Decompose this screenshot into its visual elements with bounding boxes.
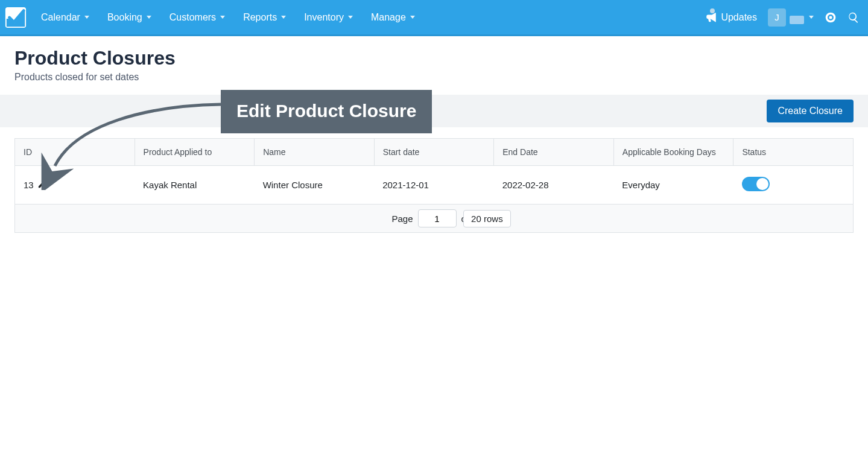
closures-table-wrap: ID Product Applied to Name Start date En…	[0, 127, 868, 233]
table-footer: Page of 1 20 rows	[14, 205, 854, 233]
user-menu[interactable]: J	[768, 8, 814, 27]
updates-button[interactable]: Updates	[705, 12, 757, 23]
search-icon	[847, 11, 860, 24]
page-title: Product Closures	[14, 47, 854, 69]
status-toggle[interactable]	[742, 177, 770, 191]
caret-icon	[410, 16, 415, 19]
toolbar: Edit Product Closure Create Closure	[0, 95, 868, 127]
locale-flag-icon	[790, 16, 804, 24]
updates-label: Updates	[721, 12, 757, 23]
page-input[interactable]	[418, 209, 457, 227]
main-nav: Calendar Booking Customers Reports Inven…	[41, 12, 415, 23]
row-id: 13	[24, 180, 34, 190]
row-product: Kayak Rental	[135, 166, 255, 205]
caret-icon	[281, 16, 286, 19]
nav-manage[interactable]: Manage	[371, 12, 415, 23]
nav-label: Calendar	[41, 12, 80, 23]
table-header-row: ID Product Applied to Name Start date En…	[15, 139, 854, 166]
page-label: Page	[391, 214, 413, 224]
caret-icon	[220, 16, 225, 19]
nav-label: Reports	[243, 12, 277, 23]
row-end-date: 2022-02-28	[494, 166, 614, 205]
nav-booking[interactable]: Booking	[107, 12, 151, 23]
nav-inventory[interactable]: Inventory	[304, 12, 353, 23]
rows-per-page-select[interactable]: 20 rows	[463, 210, 511, 227]
row-start-date: 2021-12-01	[374, 166, 494, 205]
nav-label: Manage	[371, 12, 406, 23]
navbar-right: Updates J	[705, 8, 860, 27]
caret-icon	[84, 16, 89, 19]
app-logo[interactable]	[2, 4, 29, 31]
create-closure-button[interactable]: Create Closure	[767, 100, 854, 122]
nav-label: Inventory	[304, 12, 344, 23]
nav-calendar[interactable]: Calendar	[41, 12, 89, 23]
page-header: Product Closures Products closed for set…	[0, 36, 868, 95]
col-start-date[interactable]: Start date	[374, 139, 494, 166]
col-name[interactable]: Name	[255, 139, 375, 166]
life-ring-icon	[825, 11, 837, 24]
caret-icon	[348, 16, 353, 19]
caret-icon	[809, 16, 814, 19]
col-days[interactable]: Applicable Booking Days	[613, 139, 733, 166]
caret-icon	[147, 16, 151, 19]
top-navbar: Calendar Booking Customers Reports Inven…	[0, 0, 868, 36]
avatar-initial: J	[775, 12, 779, 22]
col-end-date[interactable]: End Date	[494, 139, 614, 166]
col-product[interactable]: Product Applied to	[135, 139, 255, 166]
nav-label: Booking	[107, 12, 142, 23]
avatar: J	[768, 8, 786, 27]
edit-icon[interactable]	[37, 180, 46, 191]
closures-table: ID Product Applied to Name Start date En…	[14, 138, 854, 205]
nav-customers[interactable]: Customers	[169, 12, 225, 23]
row-name: Winter Closure	[255, 166, 375, 205]
table-row: 13 Kayak Rental Winter Closure 2021-12-0…	[15, 166, 854, 205]
notification-dot-icon	[710, 8, 715, 13]
page-subtitle: Products closed for set dates	[14, 72, 854, 83]
col-id[interactable]: ID	[15, 139, 135, 166]
edit-closure-callout: Edit Product Closure	[221, 90, 432, 133]
nav-label: Customers	[169, 12, 216, 23]
col-status[interactable]: Status	[733, 139, 854, 166]
megaphone-icon	[705, 12, 716, 23]
search-button[interactable]	[847, 11, 860, 24]
row-days: Everyday	[613, 166, 733, 205]
toggle-knob-icon	[756, 178, 768, 190]
help-button[interactable]	[825, 11, 837, 24]
nav-reports[interactable]: Reports	[243, 12, 286, 23]
